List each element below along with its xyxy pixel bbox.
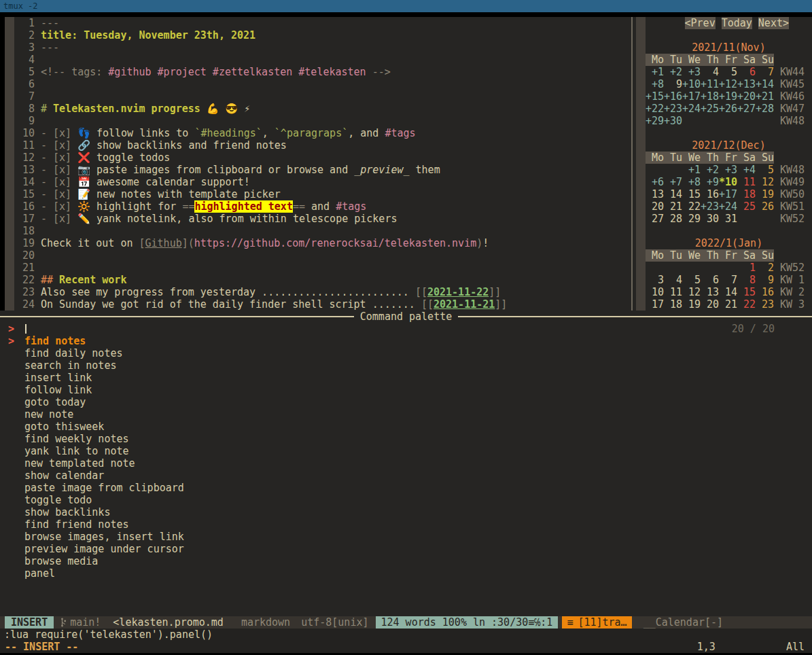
editor-line[interactable]: 6	[22, 78, 631, 90]
editor-line[interactable]: 20	[22, 249, 631, 262]
editor-line[interactable]: 1---	[22, 17, 631, 29]
editor-line[interactable]: 16- [x] 🔆 highlight for ==highlighted te…	[22, 200, 631, 213]
calendar-day[interactable]: 4	[664, 274, 682, 286]
editor-line[interactable]: 8# Telekasten.nvim progress 💪 😎 ⚡	[22, 103, 631, 115]
calendar-day[interactable]: 4	[701, 66, 719, 78]
calendar-day[interactable]: 21	[664, 200, 682, 213]
editor-line[interactable]: 12- [x] ❌ toggle todos	[22, 152, 631, 164]
calendar-today-button[interactable]: Today	[722, 17, 752, 29]
editor-window[interactable]: 1---2title: Tuesday, November 23th, 2021…	[5, 17, 631, 311]
palette-item[interactable]: show backlinks	[0, 506, 812, 518]
editor-line[interactable]: 15- [x] 📝 new notes with template picker	[22, 188, 631, 200]
palette-item[interactable]: new templated note	[0, 457, 812, 470]
calendar-prev-button[interactable]: <Prev	[685, 17, 716, 29]
calendar-day[interactable]: +30	[664, 115, 682, 127]
tab-segment[interactable]: ≡ [11]tra…	[562, 616, 631, 629]
calendar-day[interactable]: 18	[664, 298, 682, 311]
calendar-day[interactable]: 1	[737, 262, 756, 274]
editor-line[interactable]: 4	[22, 54, 631, 66]
calendar-day[interactable]: 6	[737, 66, 756, 78]
calendar-day[interactable]: +24	[682, 103, 701, 115]
calendar-day[interactable]: 16	[701, 188, 719, 200]
palette-item[interactable]: panel	[0, 567, 812, 580]
palette-item[interactable]: follow link	[0, 384, 812, 396]
calendar-day[interactable]: 13	[701, 286, 719, 298]
calendar-day[interactable]: 8	[737, 274, 756, 286]
calendar-day[interactable]: +2	[664, 66, 682, 78]
editor-line[interactable]: 21	[22, 262, 631, 274]
calendar-day[interactable]: 16	[756, 286, 774, 298]
calendar-day[interactable]: 21	[719, 298, 737, 311]
calendar-day[interactable]: +20	[737, 90, 756, 103]
editor-line[interactable]: 19Check it out on [Github](https://githu…	[22, 237, 631, 249]
palette-item[interactable]: paste image from clipboard	[0, 482, 812, 494]
palette-item[interactable]: new note	[0, 408, 812, 421]
calendar-window-label[interactable]: __Calendar[-]	[643, 616, 723, 629]
calendar-day[interactable]: +11	[701, 78, 719, 90]
command-line[interactable]: :lua require('telekasten').panel()	[0, 629, 812, 641]
editor-line[interactable]: 11- [x] 🔗 show backlinks and friend note…	[22, 139, 631, 152]
palette-item[interactable]: goto thisweek	[0, 421, 812, 433]
editor-line[interactable]: 2title: Tuesday, November 23th, 2021	[22, 29, 631, 41]
calendar-day[interactable]: 31	[719, 213, 737, 225]
calendar-day[interactable]: 14	[719, 286, 737, 298]
calendar-day[interactable]: +8	[682, 176, 701, 188]
calendar-day[interactable]: +14	[756, 78, 774, 90]
calendar-day[interactable]: 6	[701, 274, 719, 286]
calendar-day[interactable]: 22	[737, 298, 756, 311]
calendar-day[interactable]: 13	[646, 188, 664, 200]
calendar-window[interactable]: <Prev Today Next> 2021/11(Nov)MoTuWeThFr…	[631, 17, 812, 311]
editor-line[interactable]: 7	[22, 90, 631, 103]
palette-item[interactable]: yank link to note	[0, 445, 812, 457]
editor-line[interactable]: 24On Sunday we got rid of the daily find…	[22, 298, 631, 311]
calendar-day[interactable]: 29	[682, 213, 701, 225]
calendar-day[interactable]: +13	[737, 78, 756, 90]
calendar-day[interactable]: 25	[737, 200, 756, 213]
calendar-day[interactable]: +2	[701, 164, 719, 176]
calendar-day[interactable]: 5	[719, 66, 737, 78]
calendar-day[interactable]: 19	[682, 298, 701, 311]
calendar-day[interactable]: 7	[756, 66, 774, 78]
palette-item[interactable]: find daily notes	[0, 347, 812, 359]
palette-item[interactable]: insert link	[0, 372, 812, 384]
calendar-day[interactable]: +26	[719, 103, 737, 115]
calendar-day[interactable]: 7	[719, 274, 737, 286]
calendar-day[interactable]: +28	[756, 103, 774, 115]
calendar-day[interactable]: 23	[756, 298, 774, 311]
calendar-day[interactable]: +17	[719, 188, 737, 200]
calendar-day[interactable]: +9	[701, 176, 719, 188]
calendar-day[interactable]: 11	[664, 286, 682, 298]
editor-line[interactable]: 9	[22, 115, 631, 127]
editor-line[interactable]: 5<!-- tags: #github #project #zettelkast…	[22, 66, 631, 78]
calendar-day[interactable]: 2	[756, 262, 774, 274]
calendar-day[interactable]: 12	[682, 286, 701, 298]
calendar-day[interactable]: 5	[682, 274, 701, 286]
calendar-day[interactable]: +3	[682, 66, 701, 78]
calendar-day[interactable]: +18	[701, 90, 719, 103]
editor-line[interactable]: 10- [x] 👣 follow links to `#headings`, `…	[22, 127, 631, 139]
calendar-day[interactable]: +16	[664, 90, 682, 103]
calendar-day[interactable]: 9	[664, 78, 682, 90]
palette-item[interactable]: search in notes	[0, 359, 812, 372]
palette-item[interactable]: preview image under cursor	[0, 543, 812, 555]
editor-line[interactable]: 18	[22, 225, 631, 237]
calendar-day[interactable]: 28	[664, 213, 682, 225]
calendar-day[interactable]: +24	[719, 200, 737, 213]
calendar-day[interactable]: +12	[719, 78, 737, 90]
calendar-day[interactable]: 3	[646, 274, 664, 286]
palette-item[interactable]: find friend notes	[0, 518, 812, 531]
calendar-day[interactable]: +1	[682, 164, 701, 176]
calendar-day[interactable]: +1	[646, 66, 664, 78]
calendar-day[interactable]: +7	[664, 176, 682, 188]
calendar-day[interactable]: +15	[646, 90, 664, 103]
editor-line[interactable]: 22## Recent work	[22, 274, 631, 286]
palette-item[interactable]: find weekly notes	[0, 433, 812, 445]
calendar-day[interactable]: 11	[737, 176, 756, 188]
calendar-day[interactable]: +23	[664, 103, 682, 115]
calendar-day[interactable]: 5	[756, 164, 774, 176]
calendar-day[interactable]: +29	[646, 115, 664, 127]
calendar-day[interactable]: 20	[701, 298, 719, 311]
palette-item[interactable]: browse media	[0, 555, 812, 567]
calendar-day[interactable]: +6	[646, 176, 664, 188]
editor-line[interactable]: 14- [x] 📅 awesome calendar support!	[22, 176, 631, 188]
